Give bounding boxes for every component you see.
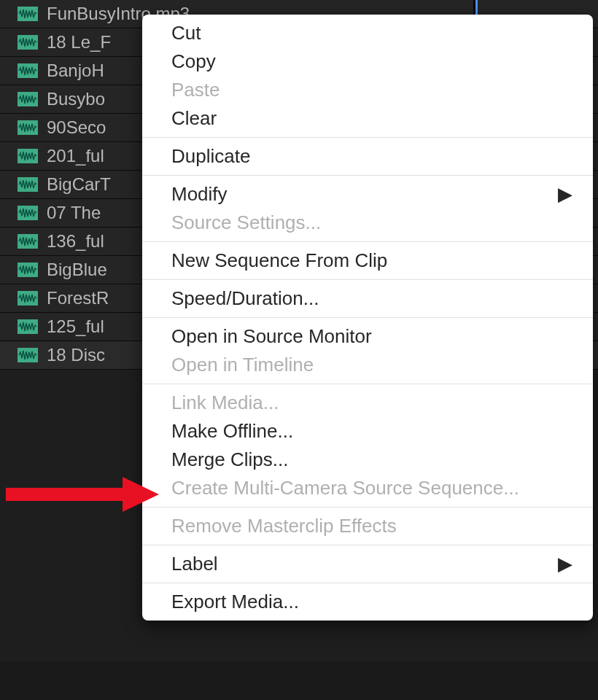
file-name-label: 18 Le_F	[47, 32, 111, 52]
menu-item-label: Open in Source Monitor	[171, 325, 372, 348]
menu-item-cut[interactable]: Cut	[142, 19, 593, 47]
menu-item-source-settings: Source Settings...	[142, 209, 593, 237]
menu-item-modify[interactable]: Modify▶	[142, 180, 593, 209]
audio-file-icon	[18, 348, 38, 362]
menu-item-clear[interactable]: Clear	[142, 104, 593, 133]
file-name-label: 136_ful	[47, 231, 104, 252]
menu-separator	[142, 137, 593, 138]
file-name-label: Busybo	[47, 89, 105, 109]
file-name-label: BigBlue	[47, 260, 107, 280]
menu-item-paste: Paste	[142, 76, 593, 104]
file-name-label: 201_ful	[47, 146, 104, 166]
menu-item-label: Make Offline...	[171, 420, 293, 443]
svg-marker-1	[123, 477, 159, 512]
audio-file-icon	[18, 206, 38, 220]
menu-item-label: Modify	[171, 183, 228, 206]
menu-item-label: Label	[171, 553, 218, 575]
menu-separator	[142, 384, 593, 384]
audio-file-icon	[18, 7, 38, 21]
menu-separator	[142, 241, 593, 242]
menu-item-new-sequence-from-clip[interactable]: New Sequence From Clip	[142, 246, 593, 275]
menu-item-label: Copy	[171, 50, 216, 73]
menu-separator	[142, 317, 593, 318]
menu-item-make-offline[interactable]: Make Offline...	[142, 417, 593, 446]
menu-item-open-in-source-monitor[interactable]: Open in Source Monitor	[142, 322, 593, 351]
menu-item-merge-clips[interactable]: Merge Clips...	[142, 446, 593, 474]
audio-file-icon	[18, 120, 38, 135]
menu-item-label: Source Settings...	[171, 211, 321, 234]
audio-file-icon	[18, 177, 38, 192]
audio-file-icon	[18, 262, 38, 277]
menu-item-speed-duration[interactable]: Speed/Duration...	[142, 284, 593, 313]
menu-item-label: Open in Timeline	[171, 354, 314, 376]
annotation-arrow	[6, 472, 159, 519]
menu-item-label: Merge Clips...	[171, 448, 288, 471]
menu-separator	[142, 583, 593, 583]
audio-file-icon	[18, 319, 38, 334]
audio-file-icon	[18, 63, 38, 78]
submenu-arrow-icon: ▶	[558, 553, 572, 575]
menu-item-label: Remove Masterclip Effects	[171, 515, 397, 537]
menu-item-label: New Sequence From Clip	[171, 249, 387, 272]
menu-item-label: Speed/Duration...	[171, 287, 319, 310]
menu-item-label[interactable]: Label▶	[142, 550, 593, 578]
menu-separator	[142, 279, 593, 280]
file-name-label: 18 Disc	[47, 345, 105, 365]
file-name-label: BanjoH	[47, 61, 104, 81]
menu-item-label: Cut	[171, 22, 201, 44]
menu-item-link-media: Link Media...	[142, 389, 593, 417]
menu-item-label: Link Media...	[171, 392, 279, 414]
menu-item-create-multi-camera-source-sequence: Create Multi-Camera Source Sequence...	[142, 474, 593, 502]
audio-file-icon	[18, 92, 38, 106]
file-name-label: ForestR	[47, 288, 109, 308]
menu-item-label: Duplicate	[171, 145, 250, 168]
menu-item-export-media[interactable]: Export Media...	[142, 588, 593, 616]
file-name-label: 125_ful	[47, 316, 104, 337]
audio-file-icon	[18, 291, 38, 306]
menu-item-copy[interactable]: Copy	[142, 47, 593, 76]
audio-file-icon	[18, 149, 38, 163]
menu-item-label: Create Multi-Camera Source Sequence...	[171, 477, 519, 499]
submenu-arrow-icon: ▶	[558, 183, 572, 206]
file-name-label: BigCarT	[47, 174, 111, 195]
menu-separator	[142, 545, 593, 545]
menu-item-remove-masterclip-effects: Remove Masterclip Effects	[142, 512, 593, 540]
file-name-label: 07 The	[47, 203, 101, 223]
menu-item-label: Clear	[171, 107, 217, 130]
audio-file-icon	[18, 234, 38, 249]
menu-item-open-in-timeline: Open in Timeline	[142, 351, 593, 379]
file-name-label: 90Seco	[47, 117, 106, 138]
audio-file-icon	[18, 35, 38, 50]
menu-item-label: Export Media...	[171, 591, 299, 613]
menu-item-label: Paste	[171, 79, 220, 101]
menu-separator	[142, 507, 593, 508]
menu-item-duplicate[interactable]: Duplicate	[142, 142, 593, 171]
context-menu: CutCopyPasteClearDuplicateModify▶Source …	[142, 15, 593, 621]
menu-separator	[142, 175, 593, 176]
